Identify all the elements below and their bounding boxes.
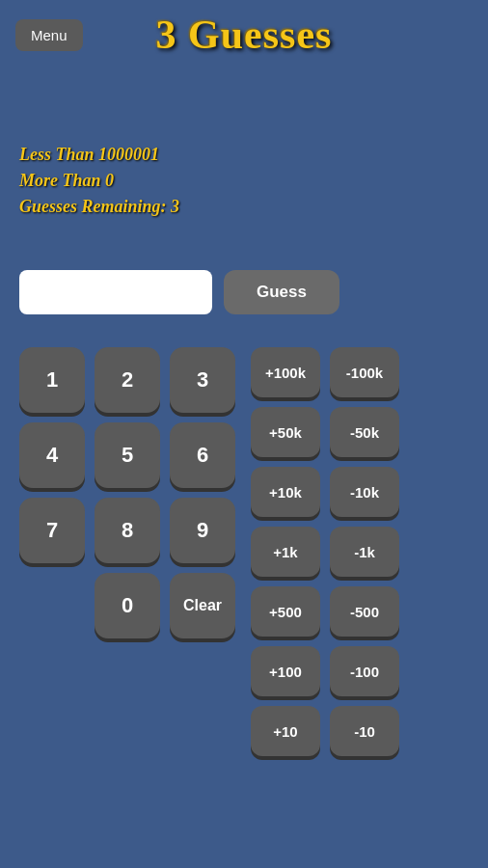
input-row: Guess [19, 270, 339, 314]
adj-button--100k[interactable]: -100k [330, 347, 399, 397]
adj-button--1k[interactable]: +1k [251, 527, 320, 577]
adj-button--100k[interactable]: +100k [251, 347, 320, 397]
adj-button--10k[interactable]: +10k [251, 467, 320, 517]
digit-0-button[interactable]: 0 [95, 573, 160, 638]
digit-5-button[interactable]: 5 [95, 422, 160, 488]
adjustment-grid: +100k-100k+50k-50k+10k-10k+1k-1k+500-500… [251, 347, 399, 756]
adj-button--500[interactable]: +500 [251, 586, 320, 637]
numpad: 1 2 3 4 5 6 7 8 9 0 Clear [19, 347, 235, 756]
digit-8-button[interactable]: 8 [95, 498, 160, 563]
info-section: Less Than 1000001 More Than 0 Guesses Re… [19, 145, 179, 223]
digit-4-button[interactable]: 4 [19, 422, 85, 488]
digit-2-button[interactable]: 2 [95, 347, 160, 413]
digit-6-button[interactable]: 6 [170, 422, 235, 488]
adj-button--100[interactable]: -100 [330, 646, 399, 696]
keypad-area: 1 2 3 4 5 6 7 8 9 0 Clear +100k-100k+50k… [19, 347, 399, 756]
guess-input[interactable] [19, 270, 212, 314]
adj-button--100[interactable]: +100 [251, 646, 320, 696]
adj-button--10[interactable]: +10 [251, 706, 320, 756]
guesses-remaining-label: Guesses Remaining: 3 [19, 197, 179, 217]
digit-1-button[interactable]: 1 [19, 347, 85, 413]
digit-7-button[interactable]: 7 [19, 498, 85, 563]
adj-button--10[interactable]: -10 [330, 706, 399, 756]
less-than-label: Less Than 1000001 [19, 145, 179, 165]
digit-3-button[interactable]: 3 [170, 347, 235, 413]
adj-button--1k[interactable]: -1k [330, 527, 399, 577]
adj-button--50k[interactable]: -50k [330, 407, 399, 457]
page-title: 3 Guesses [0, 12, 488, 58]
adj-button--500[interactable]: -500 [330, 586, 399, 637]
digit-9-button[interactable]: 9 [170, 498, 235, 563]
clear-button[interactable]: Clear [170, 573, 235, 638]
adj-button--50k[interactable]: +50k [251, 407, 320, 457]
adj-button--10k[interactable]: -10k [330, 467, 399, 517]
guess-button[interactable]: Guess [224, 270, 339, 314]
more-than-label: More Than 0 [19, 171, 179, 191]
